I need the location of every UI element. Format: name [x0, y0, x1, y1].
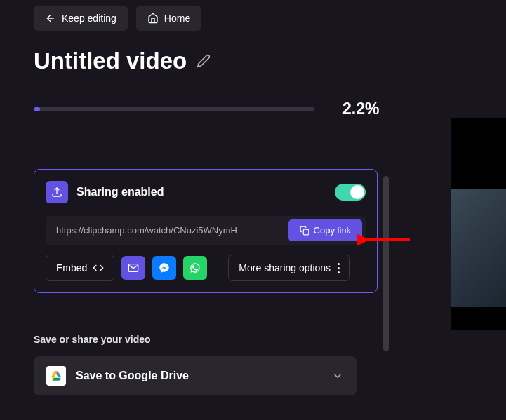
title-row: Untitled video	[34, 48, 472, 74]
action-row: Embed More sharing options	[46, 255, 366, 281]
link-row: Copy link	[46, 216, 366, 245]
share-header: Sharing enabled	[46, 181, 366, 203]
whatsapp-button[interactable]	[183, 256, 207, 280]
messenger-icon	[159, 262, 170, 273]
video-preview	[451, 118, 506, 330]
page-title: Untitled video	[34, 48, 187, 74]
google-drive-icon	[46, 366, 66, 386]
embed-button[interactable]: Embed	[46, 255, 114, 281]
keep-editing-label: Keep editing	[62, 13, 116, 24]
messenger-button[interactable]	[152, 256, 176, 280]
svg-rect-0	[303, 229, 309, 235]
dots-vertical-icon	[338, 263, 340, 273]
arrow-left-icon	[45, 13, 56, 24]
code-icon	[93, 262, 104, 273]
home-button[interactable]: Home	[136, 6, 201, 31]
home-label: Home	[164, 13, 190, 24]
annotation-arrow	[357, 231, 413, 248]
share-link-input[interactable]	[49, 219, 286, 241]
more-sharing-button[interactable]: More sharing options	[228, 255, 350, 281]
save-to-drive-card[interactable]: Save to Google Drive	[34, 356, 357, 395]
progress-row: 2.2%	[34, 100, 472, 118]
more-sharing-label: More sharing options	[239, 262, 331, 273]
progress-percent: 2.2%	[342, 100, 379, 118]
sharing-toggle[interactable]	[335, 184, 366, 201]
email-icon	[128, 262, 139, 273]
top-button-row: Keep editing Home	[34, 6, 472, 31]
copy-link-button[interactable]: Copy link	[288, 219, 362, 241]
chevron-down-icon	[331, 370, 344, 382]
save-drive-label: Save to Google Drive	[76, 370, 321, 382]
keep-editing-button[interactable]: Keep editing	[34, 6, 128, 31]
progress-fill	[34, 107, 40, 111]
whatsapp-icon	[189, 262, 201, 273]
embed-label: Embed	[56, 262, 87, 273]
toggle-knob	[350, 185, 364, 199]
share-card: Sharing enabled Copy link Embed	[34, 169, 378, 293]
home-icon	[147, 13, 159, 24]
scrollbar[interactable]	[383, 176, 389, 351]
video-frame	[451, 189, 506, 307]
save-heading: Save or share your video	[34, 334, 378, 345]
edit-icon[interactable]	[197, 54, 211, 68]
share-icon-box	[46, 181, 68, 203]
copy-icon	[300, 226, 309, 236]
share-title: Sharing enabled	[76, 186, 326, 198]
progress-bar	[34, 107, 314, 111]
email-button[interactable]	[121, 256, 145, 280]
upload-icon	[51, 187, 62, 198]
copy-link-label: Copy link	[314, 225, 351, 236]
